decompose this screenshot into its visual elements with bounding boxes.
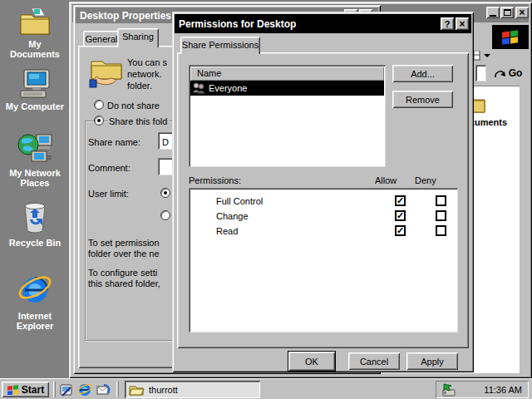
address-input[interactable] [475,65,486,81]
go-label: Go [509,67,523,79]
permission-row-label: Full Control [216,196,263,206]
minimize-icon [490,15,496,17]
allow-checkbox-change[interactable]: ✓ [395,210,406,221]
desktop-icon-internet-explorer[interactable]: Internet Explorer [2,271,68,331]
desktop-icon-label: My Computer [2,101,67,111]
taskbar-divider [53,382,56,397]
comment-label: Comment: [88,163,131,173]
minimize-button[interactable] [486,7,500,18]
task-button-thurrott[interactable]: thurrott [125,381,260,398]
my-network-places-icon [17,131,53,166]
desktop-icon-label: Recycle Bin [3,238,66,248]
permissions-dialog: Permissions for Desktop ? × Share Permis… [172,12,474,372]
taskbar-divider [116,382,119,397]
permission-row-label: Change [216,211,249,221]
permissions-note-line2: folder over the ne [88,249,160,259]
add-button-label: Add... [411,69,435,79]
task-button-label: thurrott [149,385,178,395]
desktop: My Documents My Computer My Network Pla [0,0,532,399]
maximize-button[interactable] [500,7,514,18]
desktop-icon-label: My Network Places [3,168,66,188]
close-icon: × [519,7,525,18]
permissions-listbox: Full Control ✓ Change ✓ Read ✓ [189,188,458,332]
deny-checkbox-full-control[interactable] [436,195,446,206]
start-label: Start [22,384,44,396]
windows-flag-throbber [492,25,529,49]
allow-users-radio[interactable] [160,210,170,220]
chevron-down-icon [484,54,490,57]
system-tray: 11:36 AM [436,381,529,398]
permissions-label: Permissions: [189,175,241,185]
my-documents-icon [18,5,52,37]
desktop-icon-my-computer[interactable]: My Computer [2,68,68,111]
share-permissions-content: Name Everyone Add... Remove [172,12,474,372]
add-button[interactable]: Add... [392,65,453,82]
open-folder-icon [129,383,145,396]
name-column-header[interactable]: Name [190,66,384,81]
allow-checkbox-full-control[interactable]: ✓ [395,195,406,206]
deny-checkbox-change[interactable] [436,210,446,221]
do-not-share-radio[interactable] [94,100,104,110]
sharing-intro-line2: network. [127,68,162,80]
taskbar-clock[interactable]: 11:36 AM [457,385,529,395]
do-not-share-label: Do not share [107,101,160,111]
name-header-label: Name [197,68,221,78]
sharing-intro-line1: You can s [127,57,167,68]
everyone-label: Everyone [209,83,247,93]
start-windows-flag-icon [7,384,19,395]
desktop-icon-recycle-bin[interactable]: Recycle Bin [2,201,68,248]
start-button[interactable]: Start [2,382,49,397]
names-listbox[interactable]: Name Everyone [189,65,386,167]
list-item-everyone[interactable]: Everyone [190,81,384,96]
ok-button-label: OK [305,357,318,367]
windows-flag-icon [501,29,520,46]
mail-icon [96,382,111,397]
cancel-button-label: Cancel [360,357,388,367]
quicklaunch-internet-explorer[interactable] [77,382,92,397]
deny-header: Deny [415,175,436,185]
group-icon [192,81,205,95]
quicklaunch-show-desktop[interactable] [59,382,74,397]
internet-explorer-icon [17,271,53,309]
remove-button[interactable]: Remove [392,91,453,108]
quicklaunch-outlook-express[interactable] [96,382,111,397]
shared-folder-icon [88,55,125,90]
go-arrow-icon [494,68,506,79]
apply-button[interactable]: Apply [406,352,458,370]
user-limit-label: User limit: [88,189,129,199]
permission-row-label: Read [216,226,238,236]
sharing-intro-line3: folder. [127,80,152,91]
maximum-allowed-radio[interactable] [160,188,170,198]
pc-card-tray-icon[interactable] [441,383,457,397]
desktop-icon-label: My Documents [3,39,66,59]
permissions-note-line1: To set permission [88,238,160,249]
close-button[interactable]: × [515,7,529,18]
allow-checkbox-read[interactable]: ✓ [395,225,406,236]
apply-button-label: Apply [421,357,444,367]
deny-checkbox-read[interactable] [436,225,446,236]
recycle-bin-icon [20,201,50,236]
my-computer-icon [17,68,52,100]
share-this-folder-radio[interactable] [94,116,104,126]
maximize-icon [504,9,511,16]
desktop-icon-label: Internet Explorer [3,311,66,331]
desktop-icon-my-network-places[interactable]: My Network Places [2,131,68,188]
cancel-button[interactable]: Cancel [348,352,400,370]
caching-note-line2: this shared folder, [88,278,160,289]
allow-header: Allow [375,175,397,185]
show-desktop-icon [59,382,74,397]
share-this-folder-label: Share this fold [107,116,169,126]
ok-button[interactable]: OK [288,352,335,371]
caching-note-line1: To configure setti [88,268,157,278]
remove-button-label: Remove [406,95,440,105]
go-button[interactable]: Go [489,65,527,81]
share-name-label: Share name: [88,137,140,147]
desktop-icon-my-documents[interactable]: My Documents [2,5,68,59]
taskbar: Start [0,378,532,399]
ie-small-icon [77,382,92,397]
